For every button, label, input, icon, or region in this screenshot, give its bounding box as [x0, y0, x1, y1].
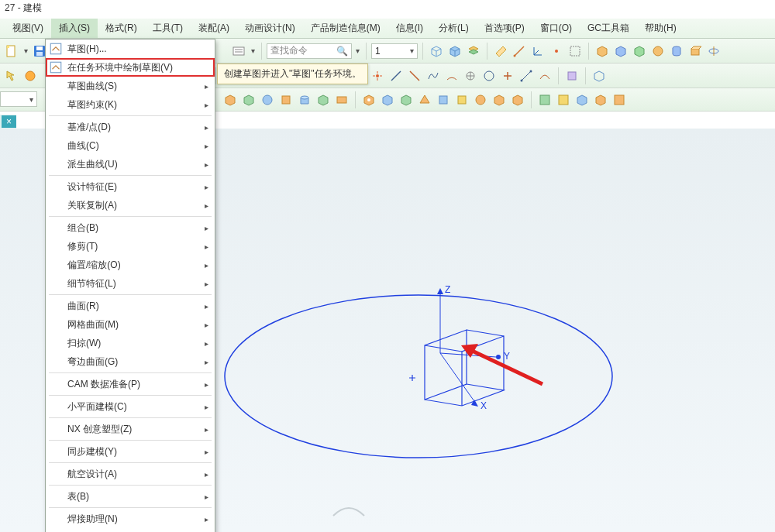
dropdown-item[interactable]: 派生曲线(U)▸	[46, 155, 215, 173]
sphere-icon[interactable]	[649, 43, 666, 60]
dropdown-item[interactable]: 偏置/缩放(O)▸	[46, 256, 215, 274]
cylinder-icon[interactable]	[668, 43, 685, 60]
generic-tool-icon[interactable]	[567, 43, 584, 60]
dropdown-item[interactable]: CAM 数据准备(P)▸	[46, 375, 215, 393]
filter-body-icon[interactable]	[563, 67, 580, 84]
feature-icon[interactable]	[472, 91, 489, 108]
transparent-cube-icon[interactable]	[591, 67, 608, 84]
dropdown-item[interactable]: 曲面(R)▸	[46, 297, 215, 315]
dropdown-item[interactable]: NX 创意塑型(Z)▸	[46, 420, 215, 438]
dropdown-item[interactable]: 设计特征(E)▸	[46, 177, 215, 196]
feature-icon[interactable]	[435, 91, 452, 108]
feature-icon[interactable]	[222, 91, 239, 108]
feature-icon[interactable]	[240, 91, 257, 108]
menu-tools[interactable]: 工具(T)	[145, 19, 191, 38]
left-combo[interactable]: ▾	[0, 91, 37, 107]
menu-animation[interactable]: 动画设计(N)	[237, 19, 303, 38]
dropdown-item[interactable]: 弯边曲面(G)▸	[46, 352, 215, 371]
datum-plane-icon[interactable]	[492, 43, 509, 60]
menu-preferences[interactable]: 首选项(P)	[477, 19, 532, 38]
line-icon[interactable]	[388, 67, 405, 84]
menu-help[interactable]: 帮助(H)	[637, 19, 684, 38]
dropdown-item[interactable]: 关联复制(A)▸	[46, 196, 215, 215]
extrude-icon[interactable]	[687, 43, 704, 60]
cube-blue-icon[interactable]	[612, 43, 629, 60]
sphere-icon[interactable]	[22, 67, 39, 84]
datum-axis-icon[interactable]	[511, 43, 528, 60]
menu-insert[interactable]: 插入(S)	[51, 19, 98, 38]
cube-green-icon[interactable]	[631, 43, 648, 60]
dropdown-item[interactable]: 细节特征(L)▸	[46, 274, 215, 293]
dropdown-item[interactable]: 在任务环境中绘制草图(V)	[46, 58, 215, 77]
center-icon[interactable]	[462, 67, 479, 84]
wireframe-cube-icon[interactable]	[428, 43, 445, 60]
feature-icon[interactable]	[398, 91, 415, 108]
feature-icon[interactable]	[592, 91, 609, 108]
dropdown-item[interactable]: 同步建模(Y)▸	[46, 442, 215, 461]
close-icon[interactable]: ×	[6, 116, 12, 127]
feature-icon[interactable]	[491, 91, 508, 108]
command-icon[interactable]	[230, 43, 247, 60]
curve-edit-icon[interactable]	[536, 67, 553, 84]
chevron-right-icon: ▸	[205, 321, 208, 329]
circle-icon[interactable]	[480, 67, 498, 84]
feature-icon[interactable]	[315, 91, 332, 108]
doc-icon[interactable]	[3, 43, 20, 60]
feature-icon[interactable]	[259, 91, 276, 108]
feature-icon[interactable]	[277, 91, 294, 108]
feature-icon[interactable]	[296, 91, 313, 108]
cube-orange-icon[interactable]	[594, 43, 611, 60]
combo-1[interactable]: 1 ▾	[371, 43, 418, 59]
revolve-icon[interactable]	[705, 43, 722, 60]
plus-icon[interactable]	[499, 67, 516, 84]
point-icon[interactable]	[548, 43, 565, 60]
edge-icon[interactable]	[518, 67, 535, 84]
dropdown-item[interactable]: 表(B)▸	[46, 487, 215, 506]
chevron-down-icon[interactable]: ▾	[353, 46, 361, 55]
dropdown-item[interactable]: 曲线(C)▸	[46, 136, 215, 155]
feature-icon[interactable]	[379, 91, 396, 108]
shaded-cube-icon[interactable]	[446, 43, 463, 60]
dropdown-item[interactable]: 基准/点(D)▸	[46, 118, 215, 136]
feature-icon[interactable]	[611, 91, 628, 108]
chevron-down-icon[interactable]: ▾	[249, 46, 257, 55]
dropdown-item[interactable]: 扫掠(W)▸	[46, 334, 215, 352]
search-input[interactable]: 查找命令 🔍	[267, 43, 352, 59]
menu-format[interactable]: 格式(R)	[98, 19, 145, 38]
arc-icon[interactable]	[443, 67, 460, 84]
selection-icon[interactable]	[3, 67, 20, 84]
feature-icon[interactable]	[333, 91, 350, 108]
menu-analysis[interactable]: 分析(L)	[431, 19, 477, 38]
dropdown-item[interactable]: 草图(H)...	[46, 39, 215, 58]
menu-pmi[interactable]: 产品制造信息(M)	[303, 19, 388, 38]
chevron-down-icon[interactable]: ▾	[22, 46, 29, 55]
tab-item[interactable]: ×	[2, 115, 16, 128]
layers-icon[interactable]	[465, 43, 482, 60]
menu-assembly[interactable]: 装配(A)	[191, 19, 237, 38]
feature-icon[interactable]	[360, 91, 377, 108]
feature-icon[interactable]	[453, 91, 470, 108]
csys-icon[interactable]	[529, 43, 546, 60]
diag-line-icon[interactable]	[406, 67, 423, 84]
dropdown-item[interactable]: 网格曲面(M)▸	[46, 315, 215, 334]
dropdown-item[interactable]: 小平面建模(C)▸	[46, 397, 215, 416]
menu-info[interactable]: 信息(I)	[388, 19, 431, 38]
dropdown-item[interactable]: 修剪(T)▸	[46, 237, 215, 256]
feature-icon[interactable]	[555, 91, 572, 108]
dropdown-item[interactable]: 航空设计(A)▸	[46, 465, 215, 483]
dropdown-item[interactable]: 焊接助理(N)▸	[46, 510, 215, 528]
dropdown-item[interactable]: 组合(B)▸	[46, 218, 215, 237]
spline-icon[interactable]	[425, 67, 442, 84]
feature-icon[interactable]	[509, 91, 526, 108]
menu-gctoolkit[interactable]: GC工具箱	[580, 19, 637, 38]
snap-point-icon[interactable]	[369, 67, 386, 84]
feature-icon[interactable]	[574, 91, 591, 108]
dropdown-item[interactable]: 草图曲线(S)▸	[46, 77, 215, 95]
dropdown-item[interactable]: 草图约束(K)▸	[46, 95, 215, 114]
menu-view[interactable]: 视图(V)	[5, 19, 51, 38]
feature-icon[interactable]	[536, 91, 553, 108]
feature-icon[interactable]	[416, 91, 433, 108]
dropdown-item[interactable]: 结构焊接(I)▸	[46, 528, 215, 532]
menu-window[interactable]: 窗口(O)	[532, 19, 580, 38]
svg-rect-28	[458, 96, 466, 104]
